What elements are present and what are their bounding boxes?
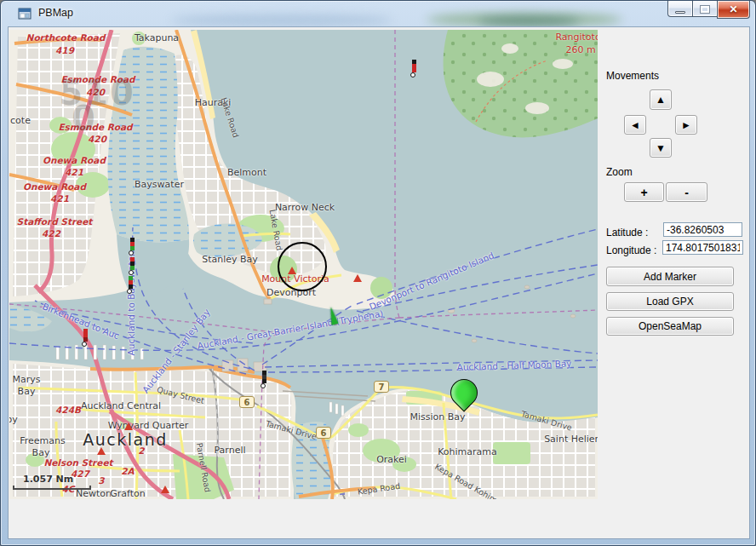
titlebar[interactable]: PBMap ✕ (1, 1, 755, 26)
openseamap-button[interactable]: OpenSeaMap (606, 317, 734, 336)
latitude-input[interactable] (663, 222, 742, 237)
window-title: PBMap (38, 7, 73, 19)
zoom-in-button[interactable]: + (624, 182, 664, 202)
longitude-label: Longitude : (606, 244, 656, 256)
titlebar-glass-reflection (171, 14, 392, 26)
titlebar-glass-reflection (478, 16, 580, 26)
app-icon (18, 7, 32, 20)
longitude-input[interactable] (662, 240, 743, 255)
load-gpx-button[interactable]: Load GPX (606, 292, 734, 311)
minimize-button[interactable] (667, 1, 693, 17)
scale-label: 1.057 Nm (23, 474, 91, 485)
scale-bar: 1.057 Nm (13, 474, 91, 490)
movements-label: Movements (606, 70, 659, 82)
move-down-button[interactable]: ▼ (650, 138, 672, 158)
map-base-layer (9, 30, 598, 499)
window: PBMap ✕ (0, 0, 756, 546)
client-area: Northcote Road419TakapunaEsmonde Road420… (8, 26, 750, 539)
minimize-icon (675, 11, 685, 14)
zoom-label: Zoom (606, 166, 633, 178)
maximize-icon (701, 6, 709, 13)
maximize-button[interactable] (693, 1, 717, 17)
scale-line (13, 486, 91, 490)
close-button[interactable]: ✕ (717, 1, 750, 19)
latitude-label: Latitude : (606, 227, 648, 239)
move-right-button[interactable]: ► (675, 115, 697, 135)
move-up-button[interactable]: ▲ (650, 89, 672, 110)
map-canvas[interactable]: Northcote Road419TakapunaEsmonde Road420… (9, 30, 598, 499)
move-left-button[interactable]: ◄ (624, 115, 646, 135)
add-marker-button[interactable]: Add Marker (606, 267, 734, 286)
zoom-out-button[interactable]: - (666, 182, 707, 202)
